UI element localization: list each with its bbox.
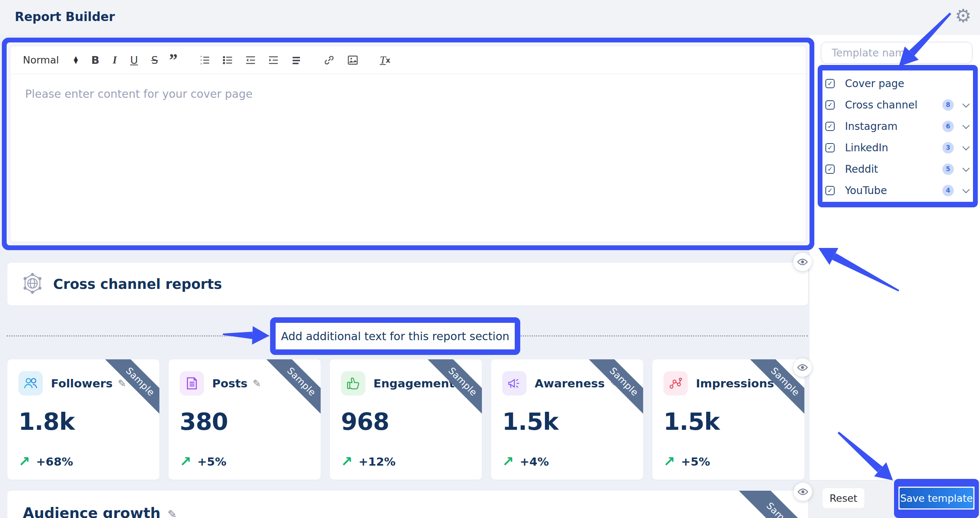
trend-up-icon: ↗ — [180, 454, 191, 469]
template-item-cover-page[interactable]: ✓ Cover page — [826, 73, 972, 94]
check-icon: ✓ — [827, 122, 832, 130]
bullet-list-button[interactable] — [223, 55, 233, 65]
metric-card-posts: Posts ✎ 380 ↗ +5% Sample — [169, 359, 321, 480]
template-item-instagram[interactable]: ✓ Instagram 6 — [826, 116, 972, 137]
metric-trend: +12% — [359, 455, 396, 468]
trend-up-icon: ↗ — [341, 454, 353, 469]
template-list-highlight: ✓ Cover page ✓ Cross channel 8 ✓ Instagr… — [818, 65, 978, 207]
template-item-youtube[interactable]: ✓ YouTube 4 — [826, 180, 972, 201]
check-icon: ✓ — [827, 165, 832, 173]
sort-down-icon: ▼ — [74, 60, 78, 64]
italic-button[interactable]: I — [113, 54, 116, 66]
cover-page-editor-highlight: Normal ▲ ▼ B I U S ” — [2, 38, 815, 250]
strikethrough-button[interactable]: S — [151, 54, 158, 67]
item-label: Instagram — [845, 120, 942, 132]
clear-formatting-button[interactable]: Tx — [380, 54, 390, 66]
editor-content-area[interactable]: Please enter content for your cover page — [10, 74, 806, 242]
audience-growth-section: Audience growth ✎ Sample — [7, 491, 808, 518]
item-label: LinkedIn — [845, 142, 942, 154]
ordered-list-button[interactable] — [200, 55, 210, 65]
checkbox[interactable]: ✓ — [826, 186, 835, 195]
metric-card-followers: Followers ✎ 1.8k ↗ +68% Sample — [7, 359, 159, 480]
edit-pencil-icon[interactable]: ✎ — [167, 508, 177, 518]
metric-label: Followers — [51, 377, 113, 390]
chevron-down-icon[interactable] — [962, 186, 970, 193]
eye-icon — [798, 488, 808, 496]
metric-trend: +5% — [681, 455, 710, 468]
item-label: Reddit — [845, 163, 942, 175]
item-count-badge: 8 — [942, 99, 954, 111]
underline-button[interactable]: U — [130, 54, 138, 67]
metric-label: Posts — [212, 377, 248, 390]
align-button[interactable] — [291, 55, 301, 65]
metric-card-impressions: Impressions ✎ 1.5k ↗ +5% Sample — [652, 359, 804, 480]
metric-trend: +4% — [520, 455, 549, 468]
metric-value: 380 — [180, 408, 310, 435]
chevron-down-icon[interactable] — [962, 165, 970, 172]
section-title: Cross channel reports — [53, 276, 222, 292]
check-icon: ✓ — [827, 187, 832, 194]
outdent-button[interactable] — [245, 55, 256, 65]
metric-label: Engagement — [374, 377, 455, 390]
metric-trend: +68% — [36, 455, 73, 468]
clear-x: x — [386, 56, 390, 64]
edit-pencil-icon[interactable]: ✎ — [253, 378, 261, 389]
item-count-badge: 6 — [942, 121, 954, 132]
metric-value: 1.5k — [663, 408, 793, 435]
format-sort-icon[interactable]: ▲ ▼ — [74, 56, 78, 64]
template-item-linkedin[interactable]: ✓ LinkedIn 3 — [826, 137, 972, 158]
template-item-reddit[interactable]: ✓ Reddit 5 — [826, 158, 972, 180]
eye-button[interactable] — [793, 253, 812, 271]
blockquote-button[interactable]: ” — [169, 55, 178, 66]
format-dropdown[interactable]: Normal — [23, 54, 59, 66]
checkbox[interactable]: ✓ — [826, 122, 835, 131]
engagement-icon — [341, 371, 365, 396]
editor-placeholder: Please enter content for your cover page — [25, 87, 791, 100]
save-template-highlight: Save template — [894, 479, 979, 518]
add-text-label: Add additional text for this report sect… — [281, 330, 509, 343]
template-name-input[interactable] — [821, 42, 973, 64]
eye-icon — [797, 258, 808, 265]
reset-button[interactable]: Reset — [822, 488, 865, 508]
chevron-down-icon[interactable] — [962, 100, 970, 108]
metric-label: Awareness — [535, 377, 605, 390]
add-text-button[interactable]: Add additional text for this report sect… — [275, 323, 515, 350]
metric-trend: +5% — [197, 455, 227, 468]
posts-icon — [180, 371, 204, 396]
trend-up-icon: ↗ — [18, 454, 30, 469]
clear-t: T — [380, 54, 386, 66]
editor-inner: Normal ▲ ▼ B I U S ” — [6, 43, 810, 245]
editor-toolbar: Normal ▲ ▼ B I U S ” — [10, 46, 806, 74]
eye-icon — [797, 364, 808, 371]
indent-button[interactable] — [268, 55, 278, 65]
gear-icon[interactable]: ⚙ — [955, 6, 972, 25]
eye-button[interactable] — [793, 358, 812, 377]
eye-button[interactable] — [794, 483, 812, 501]
globe-network-icon — [21, 272, 43, 296]
checkbox[interactable]: ✓ — [826, 143, 835, 153]
item-label: Cross channel — [845, 99, 942, 111]
bold-button[interactable]: B — [91, 54, 99, 67]
add-text-highlight: Add additional text for this report sect… — [270, 317, 520, 355]
checkbox[interactable]: ✓ — [826, 79, 835, 88]
template-list: ✓ Cover page ✓ Cross channel 8 ✓ Instagr… — [822, 70, 973, 202]
followers-icon — [18, 371, 43, 396]
chevron-down-icon[interactable] — [962, 122, 970, 129]
awareness-icon — [502, 371, 527, 396]
save-wrap: Save template — [899, 487, 974, 510]
metric-value: 968 — [341, 408, 471, 435]
metric-value: 1.8k — [18, 408, 148, 435]
check-icon: ✓ — [827, 101, 832, 108]
template-item-cross-channel[interactable]: ✓ Cross channel 8 — [826, 94, 972, 116]
checkbox[interactable]: ✓ — [826, 100, 835, 110]
item-label: YouTube — [845, 184, 942, 197]
metric-card-engagement: Engagement ✎ 968 ↗ +12% Sample — [330, 359, 482, 480]
image-button[interactable] — [347, 55, 358, 66]
item-count-badge: 4 — [942, 185, 954, 196]
save-template-button[interactable]: Save template — [900, 488, 974, 508]
link-button[interactable] — [324, 55, 335, 66]
checkbox[interactable]: ✓ — [826, 165, 835, 174]
check-icon: ✓ — [827, 80, 832, 87]
chevron-down-icon[interactable] — [962, 143, 970, 151]
check-icon: ✓ — [827, 144, 832, 151]
